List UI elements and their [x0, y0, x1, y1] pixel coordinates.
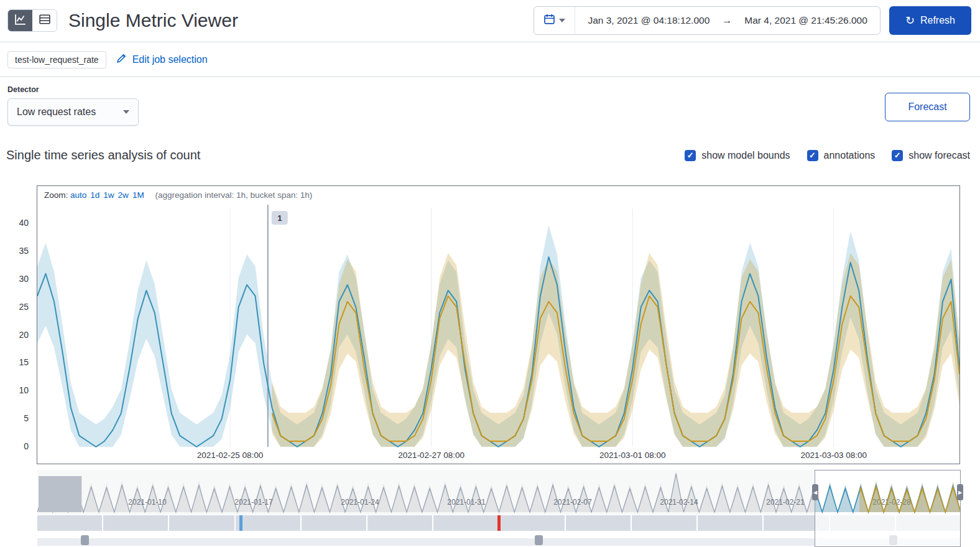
detector-selected-value: Low request rates: [17, 106, 96, 118]
refresh-button-label: Refresh: [920, 15, 955, 26]
main-timeseries-chart: 2021-02-25 08:002021-02-27 08:002021-03-…: [37, 186, 959, 464]
zoom-links: auto1d1w2w1M: [70, 190, 148, 200]
zoom-link-1d[interactable]: 1d: [90, 190, 99, 200]
refresh-button[interactable]: ↻ Refresh: [889, 6, 971, 35]
swimlane-cell[interactable]: [368, 515, 432, 531]
refresh-icon: ↻: [905, 15, 915, 26]
swimlane-cell[interactable]: [632, 515, 696, 531]
swimlane-cell[interactable]: [500, 515, 565, 531]
x-axis-tick-label: 2021-03-01 08:00: [599, 451, 666, 460]
zoom-link-1M[interactable]: 1M: [132, 190, 144, 200]
chart-view-icon: [15, 14, 26, 27]
y-axis-tick: 25: [0, 302, 29, 312]
chevron-down-icon: [559, 19, 565, 22]
range-arrow-icon: →: [722, 15, 732, 26]
y-axis-tick: 5: [0, 413, 29, 423]
swimlane-cell[interactable]: [103, 515, 168, 531]
pencil-icon: [116, 53, 127, 66]
forecast-button[interactable]: Forecast: [885, 93, 970, 121]
start-date[interactable]: Jan 3, 2021 @ 04:18:12.000: [575, 15, 722, 26]
detector-label: Detector: [7, 85, 973, 94]
checkbox-checked-icon: ✓: [892, 150, 903, 161]
table-view-button[interactable]: [32, 10, 57, 31]
anomaly-marker-critical[interactable]: [497, 515, 501, 531]
checkbox-annotations[interactable]: ✓annotations: [807, 150, 876, 161]
y-axis-tick: 35: [0, 246, 29, 256]
y-axis-tick: 15: [0, 357, 29, 367]
chart-options-group: ✓show model bounds✓annotations✓show fore…: [685, 150, 970, 161]
super-date-picker: Jan 3, 2021 @ 04:18:12.000 → Mar 4, 2021…: [534, 6, 880, 35]
x-axis-tick-label: 2021-03-03 08:00: [800, 451, 867, 460]
brush-lower-mask: [815, 515, 960, 546]
checkbox-label: annotations: [824, 150, 876, 161]
table-view-icon: [39, 14, 50, 27]
swimlane-cell[interactable]: [302, 515, 366, 531]
x-axis-tick-label: 2021-02-25 08:00: [197, 451, 264, 460]
context-chart-area: 2021-01-102021-01-172021-01-242021-01-31…: [37, 470, 961, 547]
edit-job-selection-link[interactable]: Edit job selection: [116, 53, 208, 66]
time-selection-brush[interactable]: ◀ ▶: [815, 470, 961, 547]
annotation-badge-label: 1: [277, 213, 282, 223]
detector-select[interactable]: Low request rates: [7, 98, 139, 126]
annotation-pill[interactable]: [81, 535, 89, 545]
brush-left-handle[interactable]: ◀: [812, 484, 818, 500]
zoom-link-1w[interactable]: 1w: [103, 190, 114, 200]
swimlane-cell[interactable]: [566, 515, 631, 531]
y-axis-tick: 20: [0, 330, 29, 340]
calendar-icon: [544, 14, 555, 27]
chevron-down-icon: [123, 110, 129, 114]
swimlane-cell[interactable]: [37, 515, 102, 531]
checkbox-checked-icon: ✓: [807, 150, 818, 161]
checkbox-label: show forecast: [908, 150, 970, 161]
quick-select-button[interactable]: [534, 7, 575, 34]
zoom-link-auto[interactable]: auto: [70, 190, 86, 200]
page-header: Single Metric Viewer Jan 3, 2021 @ 04:18…: [0, 0, 980, 42]
y-axis-tick: 30: [0, 274, 29, 284]
main-chart-area: 0510152025303540 Zoom: auto1d1w2w1M (agg…: [0, 185, 980, 464]
swimlane-cell[interactable]: [169, 515, 234, 531]
context-unselected-overlay: [37, 470, 815, 515]
x-axis-tick-label: 2021-02-27 08:00: [398, 451, 465, 460]
zoom-link-2w[interactable]: 2w: [118, 190, 129, 200]
checkbox-checked-icon: ✓: [685, 150, 696, 161]
job-selection-row: test-low_request_rate Edit job selection: [0, 42, 980, 77]
detector-row: Detector Low request rates Forecast: [0, 77, 980, 134]
edit-job-selection-label: Edit job selection: [132, 54, 208, 65]
swimlane-cell[interactable]: [433, 515, 498, 531]
brush-right-handle[interactable]: ▶: [957, 484, 963, 500]
anomaly-marker-low[interactable]: [239, 515, 243, 531]
y-axis-tick: 0: [0, 441, 29, 451]
zoom-label: Zoom:: [44, 190, 68, 200]
end-date[interactable]: Mar 4, 2021 @ 21:45:26.000: [732, 15, 880, 26]
annotation-pill[interactable]: [535, 535, 543, 545]
chart-view-button[interactable]: [8, 10, 32, 31]
series-header-row: Single time series analysis of count ✓sh…: [0, 134, 980, 162]
main-chart-box: Zoom: auto1d1w2w1M (aggregation interval…: [37, 185, 960, 464]
swimlane-cell[interactable]: [236, 515, 300, 531]
y-axis-tick: 10: [0, 385, 29, 395]
zoom-controls: Zoom: auto1d1w2w1M (aggregation interval…: [44, 190, 312, 200]
checkbox-show-forecast[interactable]: ✓show forecast: [892, 150, 970, 161]
checkbox-show-model-bounds[interactable]: ✓show model bounds: [685, 150, 790, 161]
checkbox-label: show model bounds: [701, 150, 790, 161]
page-title: Single Metric Viewer: [68, 10, 238, 31]
view-toggle-group: [7, 9, 57, 32]
job-badge[interactable]: test-low_request_rate: [7, 51, 106, 68]
swimlane-cell[interactable]: [698, 515, 762, 531]
series-title: Single time series analysis of count: [6, 148, 200, 162]
aggregation-note: (aggregation interval: 1h, bucket span: …: [155, 190, 312, 200]
y-axis-tick: 40: [0, 218, 29, 228]
